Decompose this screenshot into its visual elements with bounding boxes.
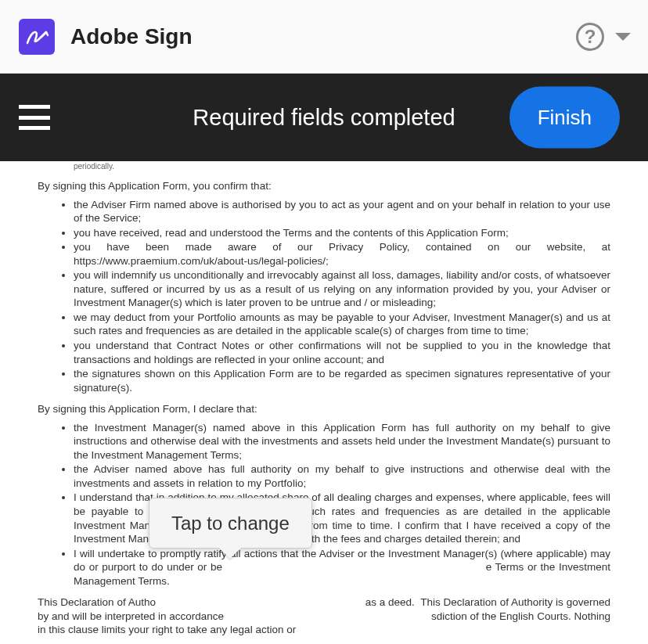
dropdown-caret-icon[interactable] — [615, 33, 631, 41]
adobe-sign-logo-icon — [19, 19, 55, 55]
finish-button[interactable]: Finish — [509, 87, 620, 149]
declaration-paragraph: This Declaration of Autho as a deed. Thi… — [38, 595, 610, 637]
list-item: the Investment Manager(s) named above in… — [74, 421, 610, 462]
confirm-bullet-list: the Adviser Firm named above is authoris… — [38, 198, 610, 395]
truncated-text-top: periodically. — [38, 161, 610, 174]
menu-icon[interactable] — [19, 105, 50, 130]
list-item: you will indemnify us unconditionally an… — [74, 268, 610, 310]
tap-to-change-tooltip: Tap to change — [149, 498, 312, 549]
app-title: Adobe Sign — [70, 24, 193, 49]
list-item: the Adviser Firm named above is authoris… — [74, 198, 610, 225]
list-item: you have been made aware of our Privacy … — [74, 240, 610, 268]
declare-bullet-list: the Investment Manager(s) named above in… — [38, 421, 610, 588]
list-item: we may deduct from your Portfolio amount… — [74, 311, 610, 338]
declare-intro: By signing this Application Form, I decl… — [38, 402, 610, 416]
document-viewport[interactable]: periodically. By signing this Applicatio… — [0, 161, 648, 644]
list-item: I will undertake to promptly ratify all … — [74, 547, 610, 588]
status-bar: Required fields completed Finish — [0, 74, 648, 161]
confirm-intro: By signing this Application Form, you co… — [38, 179, 610, 193]
tooltip-text: Tap to change — [171, 513, 290, 534]
list-item: the signatures shown on this Application… — [74, 367, 610, 394]
help-icon[interactable]: ? — [576, 23, 604, 51]
list-item: you have received, read and understood t… — [74, 226, 610, 240]
status-message: Required fields completed — [193, 105, 455, 131]
list-item: you understand that Contract Notes or ot… — [74, 339, 610, 366]
list-item: the Adviser named above has full authori… — [74, 462, 610, 490]
app-header: Adobe Sign ? — [0, 0, 648, 74]
